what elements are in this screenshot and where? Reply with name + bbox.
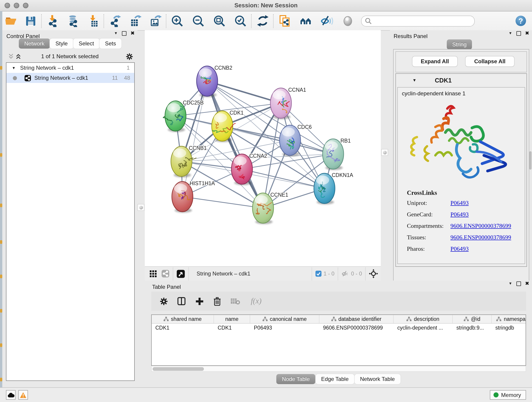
compartments-link[interactable]: 9606.ENSP00000378699 [450,222,511,230]
panel-float-icon[interactable] [516,31,521,36]
tab-select[interactable]: Select [73,38,99,49]
show-column-button[interactable] [176,295,187,307]
hidden-eye-icon[interactable] [341,270,349,277]
panel-minimize-icon[interactable]: ▼ [509,31,512,35]
pharos-link[interactable]: P06493 [450,245,469,253]
panel-close-icon[interactable]: ✖ [525,281,529,287]
left-splitter-grip[interactable] [138,204,144,211]
create-column-button[interactable] [193,295,205,307]
column-header-database-identifier[interactable]: database identifier [319,315,394,323]
zoom-selected-button[interactable] [234,14,247,28]
crosslink-label: Uniprot: [407,199,450,207]
panel-minimize-icon[interactable]: ▼ [114,31,118,35]
function-builder-button[interactable]: f(x) [247,295,265,307]
table-row[interactable]: CDK1CDK1P064939606.ENSP00000378699cyclin… [152,324,526,332]
tab-sets[interactable]: Sets [99,38,121,49]
expand-all-button[interactable]: Expand All [412,56,457,66]
network-graph[interactable]: CCNB2CCNA1CDC25BCDK1CDC6RB1CCNB1CCNA2CDK… [145,30,381,267]
search-input[interactable] [373,18,466,24]
zoom-fit-button[interactable] [213,14,226,28]
grid-view-icon[interactable] [149,270,157,278]
column-header-name[interactable]: name [214,315,250,323]
results-scrollbar-thumb[interactable] [529,151,532,170]
tab-string[interactable]: String [447,39,472,50]
memory-button[interactable]: Memory [490,390,526,400]
network-row[interactable]: String Network – cdk1 11 48 [6,73,134,83]
tab-edge-table[interactable]: Edge Table [316,374,354,384]
hide-selected-button[interactable] [320,14,334,28]
right-splitter-grip[interactable] [381,149,388,156]
panel-float-icon[interactable] [122,31,127,36]
network-view: CCNB2CCNA1CDC25BCDK1CDC6RB1CCNB1CCNA2CDK… [145,30,381,281]
import-network-file-button[interactable] [46,14,60,28]
delete-table-button[interactable] [229,295,241,307]
search-field[interactable] [361,15,475,26]
collection-count: 1 [127,65,130,71]
show-hide-panels-button[interactable] [299,14,312,28]
export-table-button[interactable] [128,14,142,28]
tab-node-table[interactable]: Node Table [277,374,315,384]
network-view-toolbar: String Network – cdk1 1 - 0 0 - 0 [145,266,381,281]
node-gloss [174,184,187,193]
panel-float-icon[interactable] [516,281,521,286]
results-panel-title: Results Panel [394,33,428,39]
column-header-canonical-name[interactable]: canonical name [250,315,319,323]
export-network-button[interactable] [108,14,122,28]
refresh-view-button[interactable] [256,14,269,28]
network-edge[interactable] [242,169,324,188]
birdseye-view-icon[interactable] [177,269,185,278]
tree-expander-icon[interactable]: ▼ [12,66,16,70]
column-header-shared-name[interactable]: shared name [152,315,214,323]
network-edge[interactable] [207,81,263,208]
tab-style[interactable]: Style [50,38,73,49]
columns-icon [177,297,186,306]
network-name: String Network – cdk1 [34,75,88,81]
cdk1-section-header[interactable]: ▼ CDK1 [396,74,526,87]
table-settings-button[interactable] [158,295,170,307]
cloud-status-button[interactable] [6,390,16,400]
delete-column-button[interactable] [211,295,223,307]
column-type-icon [496,317,501,321]
open-session-button[interactable] [4,14,17,28]
column-header--id[interactable]: @id [453,315,492,323]
table-horizontal-scrollbar[interactable] [151,366,526,372]
node-label: CCNB2 [215,65,232,71]
uniprot-link[interactable]: P06493 [450,199,469,207]
pan-crosshair-icon[interactable] [369,269,378,278]
tissues-link[interactable]: 9606.ENSP00000378699 [450,234,511,241]
panel-close-icon[interactable]: ✖ [131,30,135,36]
panel-minimize-icon[interactable]: ▼ [509,281,512,286]
network-edge[interactable] [207,81,281,103]
control-panel: Control Panel ▼ ✖ Network Style Select S… [2,30,138,384]
import-table-file-button[interactable] [86,14,100,28]
import-network-database-button[interactable] [66,14,80,28]
warnings-button[interactable] [18,390,28,400]
genecard-link[interactable]: P06493 [450,211,469,218]
zoom-out-button[interactable] [191,14,205,28]
save-icon [25,15,37,27]
section-expander-icon[interactable]: ▼ [412,78,417,83]
column-header-namespac[interactable]: namespac [492,315,526,323]
gear-icon[interactable] [126,52,133,60]
network-edge[interactable] [182,197,263,208]
clone-network-button[interactable] [278,14,291,28]
network-collection-row[interactable]: ▼ String Network – cdk1 1 [6,63,134,73]
help-button[interactable]: ? [514,14,527,28]
column-header-description[interactable]: description [394,315,453,323]
zoom-in-button[interactable] [171,14,184,28]
tab-network[interactable]: Network [19,38,50,49]
network-edge[interactable] [182,81,207,197]
show-eye-button[interactable] [341,14,355,28]
panel-close-icon[interactable]: ✖ [525,30,529,36]
node-gloss [167,103,180,112]
network-icon-gray[interactable] [161,269,170,278]
collapse-all-button[interactable]: Collapse All [466,56,514,66]
section-title: CDK1 [435,77,452,84]
node-label: CCNE1 [270,192,288,198]
save-session-button[interactable] [24,14,38,28]
network-edge[interactable] [222,126,333,154]
scrollbar-thumb[interactable] [152,367,204,370]
export-image-button[interactable] [148,14,162,28]
selected-checkbox-icon[interactable] [315,270,322,277]
tab-network-table[interactable]: Network Table [355,374,400,384]
